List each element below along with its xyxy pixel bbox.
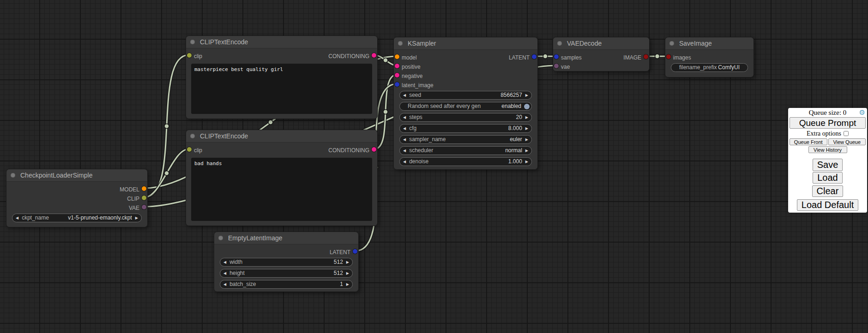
input-slot-model-icon[interactable] — [395, 54, 399, 59]
decrement-arrow-icon[interactable]: ◀ — [220, 280, 229, 288]
decrement-arrow-icon[interactable]: ◀ — [400, 147, 409, 155]
widget-random-seed-after-every-gen[interactable]: Random seed after every genenabled — [399, 102, 532, 111]
collapse-dot-icon[interactable] — [190, 40, 195, 44]
node-clip-text-encode-positive[interactable]: CLIPTextEncodeclipCONDITIONING — [186, 36, 378, 119]
increment-arrow-icon[interactable]: ▶ — [522, 125, 531, 132]
widget-cfg[interactable]: ◀cfg8.000▶ — [399, 124, 532, 133]
widget-ckpt-name[interactable]: ◀ckpt_namev1-5-pruned-emaonly.ckpt▶ — [12, 214, 142, 222]
widget-steps[interactable]: ◀steps20▶ — [399, 113, 532, 122]
queue-prompt-button[interactable]: Queue Prompt — [790, 117, 866, 129]
toggle-knob-icon[interactable] — [524, 104, 530, 109]
decrement-arrow-icon[interactable]: ◀ — [400, 113, 409, 121]
collapse-dot-icon[interactable] — [218, 236, 223, 240]
increment-arrow-icon[interactable]: ▶ — [522, 158, 531, 166]
input-slot-images-icon[interactable] — [666, 54, 671, 59]
increment-arrow-icon[interactable]: ▶ — [522, 147, 531, 155]
node-save-image[interactable]: SaveImageimagesfilename_prefixComfyUI — [665, 37, 754, 77]
view-queue-button[interactable]: View Queue — [828, 138, 866, 145]
increment-arrow-icon[interactable]: ▶ — [343, 269, 352, 277]
widget-scheduler[interactable]: ◀schedulernormal▶ — [399, 146, 532, 155]
collapse-dot-icon[interactable] — [190, 134, 195, 138]
node-title: VAEDecode — [567, 37, 602, 49]
extra-options-checkbox[interactable] — [844, 131, 849, 136]
widget-width[interactable]: ◀width512▶ — [220, 258, 353, 267]
output-slot-CONDITIONING-icon[interactable] — [372, 53, 376, 58]
input-slot-label: vae — [561, 62, 570, 71]
increment-arrow-icon[interactable]: ▶ — [522, 113, 531, 121]
input-slot-latent_image-icon[interactable] — [395, 82, 399, 87]
output-slot-label: MODEL — [120, 185, 139, 194]
output-slot-CONDITIONING-icon[interactable] — [372, 147, 376, 152]
decrement-arrow-icon[interactable]: ◀ — [220, 269, 229, 277]
output-slot-MODEL-icon[interactable] — [142, 186, 146, 191]
output-slot-IMAGE-icon[interactable] — [644, 54, 648, 59]
prompt-textarea[interactable] — [191, 158, 372, 221]
node-empty-latent-image[interactable]: EmptyLatentImageLATENT◀width512▶◀height5… — [214, 232, 359, 292]
output-slot-VAE-icon[interactable] — [142, 205, 146, 209]
decrement-arrow-icon[interactable]: ◀ — [400, 158, 409, 166]
increment-arrow-icon[interactable]: ▶ — [522, 91, 531, 99]
input-slot-label: negative — [402, 71, 422, 81]
widget-seed[interactable]: ◀seed8566257▶ — [399, 91, 532, 100]
increment-arrow-icon[interactable]: ▶ — [132, 214, 141, 222]
increment-arrow-icon[interactable]: ▶ — [343, 258, 352, 266]
output-slot-LATENT-icon[interactable] — [532, 54, 536, 59]
increment-arrow-icon[interactable]: ▶ — [343, 280, 352, 288]
node-title-bar[interactable]: CLIPTextEncode — [186, 36, 377, 48]
decrement-arrow-icon[interactable]: ◀ — [400, 136, 409, 143]
input-slot-clip-icon[interactable] — [187, 147, 192, 152]
clear-button[interactable]: Clear — [812, 185, 844, 197]
link-midpoint-dot — [268, 120, 273, 125]
widget-label: Random seed after every gen — [408, 102, 481, 110]
collapse-dot-icon[interactable] — [398, 41, 403, 46]
widget-height[interactable]: ◀height512▶ — [220, 269, 353, 278]
node-title-bar[interactable]: SaveImage — [665, 37, 753, 50]
node-title-bar[interactable]: EmptyLatentImage — [214, 232, 358, 244]
widget-value: 1.000 — [508, 158, 522, 166]
input-slot-negative-icon[interactable] — [395, 73, 399, 77]
input-slot-vae-icon[interactable] — [554, 64, 559, 68]
save-button[interactable]: Save — [813, 159, 843, 171]
node-clip-text-encode-negative[interactable]: CLIPTextEncodeclipCONDITIONING — [186, 130, 378, 226]
widget-label: batch_size — [229, 280, 256, 288]
output-slot-CLIP-icon[interactable] — [142, 196, 146, 200]
link — [145, 55, 189, 197]
graph-canvas[interactable]: CheckpointLoaderSimpleMODELCLIPVAE◀ckpt_… — [0, 0, 868, 333]
link-outline — [145, 55, 189, 197]
decrement-arrow-icon[interactable]: ◀ — [400, 91, 409, 99]
input-slot-samples-icon[interactable] — [554, 54, 559, 59]
decrement-arrow-icon[interactable]: ◀ — [220, 258, 229, 266]
prompt-textarea[interactable] — [191, 64, 372, 114]
output-slot-label: LATENT — [509, 53, 530, 62]
queue-front-button[interactable]: Queue Front — [790, 138, 827, 145]
node-title-bar[interactable]: VAEDecode — [553, 37, 649, 50]
widget-sampler-name[interactable]: ◀sampler_nameeuler▶ — [399, 135, 532, 144]
decrement-arrow-icon[interactable]: ◀ — [12, 214, 22, 222]
node-ksampler[interactable]: KSamplermodelLATENTpositivenegativelaten… — [393, 37, 538, 170]
decrement-arrow-icon[interactable]: ◀ — [400, 125, 409, 132]
node-title: EmptyLatentImage — [228, 232, 283, 244]
settings-gear-icon[interactable]: ⚙ — [859, 109, 865, 117]
output-slot-LATENT-icon[interactable] — [353, 249, 357, 254]
node-title-bar[interactable]: KSampler — [394, 37, 537, 50]
input-slot-positive-icon[interactable] — [395, 64, 399, 68]
widget-value: 512 — [334, 258, 343, 266]
node-checkpoint-loader-simple[interactable]: CheckpointLoaderSimpleMODELCLIPVAE◀ckpt_… — [6, 169, 148, 227]
node-vae-decode[interactable]: VAEDecodesamplesIMAGEvae — [553, 37, 650, 71]
widget-batch-size[interactable]: ◀batch_size1▶ — [220, 280, 353, 289]
widget-label: denoise — [409, 158, 428, 166]
load-button[interactable]: Load — [813, 172, 843, 184]
increment-arrow-icon[interactable]: ▶ — [522, 136, 531, 143]
node-title: SaveImage — [679, 37, 712, 49]
collapse-dot-icon[interactable] — [557, 41, 562, 46]
widget-denoise[interactable]: ◀denoise1.000▶ — [399, 157, 532, 166]
view-history-button[interactable]: View History — [808, 146, 847, 153]
collapse-dot-icon[interactable] — [11, 173, 15, 178]
load-default-button[interactable]: Load Default — [797, 199, 858, 211]
widget-filename-prefix[interactable]: filename_prefixComfyUI — [671, 63, 748, 72]
input-slot-label: clip — [194, 146, 202, 155]
collapse-dot-icon[interactable] — [669, 41, 674, 46]
input-slot-clip-icon[interactable] — [187, 53, 192, 58]
node-title-bar[interactable]: CheckpointLoaderSimple — [6, 169, 147, 182]
node-title-bar[interactable]: CLIPTextEncode — [186, 130, 377, 143]
